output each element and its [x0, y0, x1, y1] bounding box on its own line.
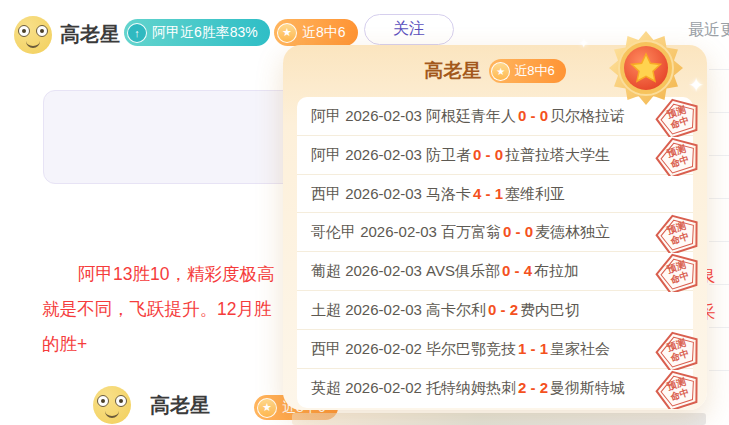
blurred-banner-edge [292, 413, 706, 425]
match-date: 2026-02-03 [345, 301, 422, 318]
away-team: 费内巴切 [520, 301, 580, 318]
avatar-eye-icon [115, 395, 127, 407]
prediction-hit-stamp: 预测 命中 [653, 213, 703, 253]
match-date: 2026-02-03 [360, 223, 437, 240]
match-date: 2026-02-03 [345, 107, 422, 124]
away-team: 麦德林独立 [535, 223, 610, 240]
table-row[interactable]: 土超 2026-02-03 高卡尔利0 - 2费内巴切 [297, 291, 693, 330]
match-date: 2026-02-02 [345, 340, 422, 357]
sparkle-icon: ✦ [578, 35, 590, 51]
star-icon: ★ [277, 23, 297, 43]
match-league: 哥伦甲 [311, 223, 356, 240]
match-score: 0 - 0 [473, 146, 503, 163]
match-score: 4 - 1 [473, 185, 503, 202]
prediction-hit-stamp: 预测 命中 [653, 369, 703, 409]
away-team: 布拉加 [534, 262, 579, 279]
table-row[interactable]: 西甲 2026-02-02 毕尔巴鄂竞技1 - 1皇家社会 预测 命中 [297, 330, 693, 369]
username[interactable]: 高老星 [60, 21, 120, 48]
table-row[interactable]: 阿甲 2026-02-03 防卫者0 - 0拉普拉塔大学生 预测 命中 [297, 136, 693, 175]
match-score: 0 - 4 [502, 262, 532, 279]
svg-text:预测: 预测 [666, 220, 688, 236]
home-team: 毕尔巴鄂竞技 [426, 340, 516, 357]
svg-text:命中: 命中 [668, 114, 690, 131]
match-league: 土超 [311, 301, 341, 318]
svg-text:命中: 命中 [668, 269, 690, 286]
prediction-hit-stamp: 预测 命中 [653, 136, 703, 176]
trend-up-icon: ↑ [127, 23, 147, 43]
svg-text:命中: 命中 [668, 230, 690, 247]
match-league: 西甲 [311, 340, 341, 357]
avatar-smile-icon [26, 40, 40, 48]
away-team: 拉普拉塔大学生 [505, 146, 610, 163]
home-team: 马洛卡 [426, 185, 471, 202]
user-avatar[interactable] [93, 386, 131, 424]
hits-badge: ★ 近8中6 [274, 19, 358, 46]
table-row[interactable]: 哥伦甲 2026-02-03 百万富翁0 - 0麦德林独立 预测 命中 [297, 213, 693, 252]
username[interactable]: 高老星 [150, 392, 210, 419]
away-team: 皇家社会 [550, 340, 610, 357]
svg-text:预测: 预测 [666, 336, 688, 352]
win-rate-badge: ↑ 阿甲近6胜率83% [124, 19, 270, 46]
avatar-smile-icon [105, 410, 119, 418]
svg-text:命中: 命中 [668, 153, 690, 170]
table-row[interactable]: 西甲 2026-02-03 马洛卡4 - 1塞维利亚 [297, 175, 693, 214]
match-score: 0 - 0 [518, 107, 548, 124]
home-team: 防卫者 [426, 146, 471, 163]
analysis-text-line: 阿甲13胜10，精彩度极高 [78, 262, 274, 286]
star-icon: ★ [491, 62, 510, 81]
match-league: 葡超 [311, 262, 341, 279]
hits-badge-label: 近8中6 [514, 62, 554, 80]
prediction-list: 阿甲 2026-02-03 阿根廷青年人0 - 0贝尔格拉诺 预测 命中 阿甲 … [297, 97, 693, 408]
star-icon: ★ [257, 398, 277, 418]
home-team: AVS俱乐部 [426, 262, 500, 279]
recent-update-label: 最近更 [688, 20, 729, 41]
away-team: 曼彻斯特城 [550, 379, 625, 396]
svg-text:预测: 预测 [666, 259, 688, 275]
popup-title: 高老星 [424, 58, 481, 84]
match-score: 0 - 0 [503, 223, 533, 240]
match-date: 2026-02-03 [345, 185, 422, 202]
svg-text:预测: 预测 [666, 142, 688, 158]
avatar-eye-icon [36, 25, 48, 37]
sparkle-icon: ✦ [613, 103, 621, 114]
sparkle-icon: ✦ [688, 73, 705, 97]
prediction-hit-stamp: 预测 命中 [653, 330, 703, 370]
match-date: 2026-02-02 [345, 379, 422, 396]
analysis-text-line: 就是不同，飞跃提升。12月胜 [42, 297, 271, 321]
match-league: 英超 [311, 379, 341, 396]
svg-text:命中: 命中 [668, 347, 690, 364]
match-league: 阿甲 [311, 107, 341, 124]
avatar-eye-icon [97, 395, 109, 407]
home-team: 百万富翁 [441, 223, 501, 240]
home-team: 阿根廷青年人 [426, 107, 516, 124]
svg-text:命中: 命中 [668, 386, 690, 403]
avatar-eye-icon [18, 25, 30, 37]
match-score: 0 - 2 [488, 301, 518, 318]
table-row[interactable]: 葡超 2026-02-03 AVS俱乐部0 - 4布拉加 预测 命中 [297, 252, 693, 291]
follow-button[interactable]: 关注 [364, 14, 454, 45]
svg-text:预测: 预测 [666, 375, 688, 391]
user-avatar[interactable] [14, 16, 52, 54]
match-score: 1 - 1 [518, 340, 548, 357]
hits-badge: ★ 近8中6 [489, 59, 565, 83]
home-team: 高卡尔利 [426, 301, 486, 318]
match-score: 2 - 2 [518, 379, 548, 396]
win-rate-badge-label: 阿甲近6胜率83% [152, 24, 258, 42]
hits-badge-label: 近8中6 [302, 24, 346, 42]
home-team: 托特纳姆热刺 [426, 379, 516, 396]
table-row[interactable]: 英超 2026-02-02 托特纳姆热刺2 - 2曼彻斯特城 预测 命中 [297, 369, 693, 408]
prediction-popup: 高老星 ★ 近8中6 ✦ ✦ ✦ 阿甲 2026-02-03 阿根廷青年人0 -… [283, 45, 707, 410]
match-date: 2026-02-03 [345, 262, 422, 279]
analysis-text-line: 的胜+ [42, 332, 87, 356]
match-league: 西甲 [311, 185, 341, 202]
match-date: 2026-02-03 [345, 146, 422, 163]
match-league: 阿甲 [311, 146, 341, 163]
away-team: 塞维利亚 [505, 185, 565, 202]
prediction-hit-stamp: 预测 命中 [653, 252, 703, 292]
gold-medal-icon [608, 30, 684, 106]
